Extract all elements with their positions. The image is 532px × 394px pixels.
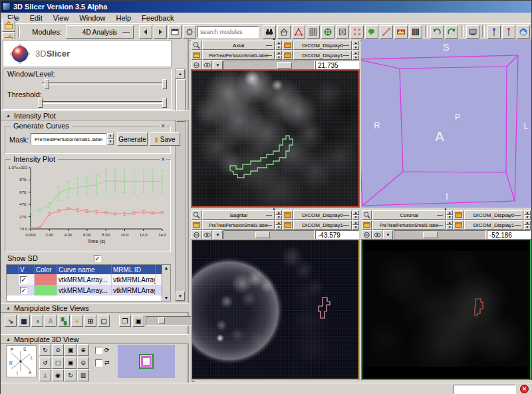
sagittal-foreground-icon[interactable] [283,210,293,220]
sagittal-spinner[interactable]: ▲▼ [275,220,282,230]
slider-thumb[interactable] [277,62,292,69]
sagittal-visibility-button[interactable] [202,230,212,240]
table-row[interactable]: ✓vtkMRMLArray...vtkMRMLArray... [7,285,170,296]
sagittal-label-icon[interactable] [192,220,201,230]
sash-handle[interactable]: ▲ [270,37,278,41]
threshold-handle-low[interactable] [38,98,43,108]
axial-spinner[interactable]: ▲▼ [352,51,359,60]
label-opacity-icon[interactable]: ◑ [31,315,43,327]
intensity-plot-section-header[interactable]: ▲ Intensity Plot [1,110,189,120]
camera-icon[interactable]: ▣ [65,344,76,356]
sagittal-link-button[interactable] [192,230,201,240]
zoom-in-icon[interactable]: ⊕ [77,344,89,356]
label-layer-icon[interactable]: ▣ [132,315,144,327]
view3d-option1-checkbox[interactable] [95,347,102,354]
rotate-cw-icon[interactable]: ↻ [39,344,51,356]
annotations-icon[interactable] [365,25,378,39]
axial-slice-offset-field[interactable]: 21.735 [315,61,359,70]
home-icon[interactable] [277,25,291,39]
ruler-icon[interactable] [380,25,393,39]
load-scene-icon[interactable] [2,19,15,32]
close-icon[interactable]: × [160,122,166,130]
module-refresh-icon[interactable] [183,25,196,39]
extensions-grid-icon[interactable] [307,25,320,39]
coronal-spinner[interactable]: ▲▼ [524,220,531,230]
coronal-slice-slider[interactable] [394,230,486,240]
menu-view[interactable]: View [48,13,74,23]
slider-thumb[interactable] [158,317,165,324]
center-view-icon[interactable]: ⊙ [52,344,64,356]
module-history-icon[interactable] [168,25,182,39]
table-scrollbar[interactable]: ▲▼ [162,265,170,301]
mrml-id-cell[interactable]: vtkMRMLArray... [112,274,156,285]
scroll-up-icon[interactable]: ▲ [176,69,185,79]
coronal-orientation-select[interactable]: Coronal [372,210,446,220]
axial-visibility-button[interactable] [202,61,212,70]
axial-bg_volume-select[interactable]: DICOM_Display1 [293,51,352,60]
coronal-label_volume-select[interactable]: PreTreatPerfusionSmall1-label [372,220,446,230]
axial-label_volume-select[interactable]: PreTreatPerfusionSmall1-label [202,51,275,60]
sagittal-slice-slider[interactable] [223,230,315,240]
sagittal-more-button[interactable]: ▼ [213,230,223,240]
fit-window-icon[interactable]: ❐ [119,315,131,327]
axial-more-button[interactable]: ▼ [213,61,223,70]
eye-icon[interactable]: ◉ [52,369,64,381]
rotate-ccw-icon[interactable]: ↺ [39,357,51,369]
titlebar[interactable]: 3D Slicer Version 3.5 Alpha [1,1,531,13]
screen-capture-icon[interactable] [466,25,479,39]
axial-orientation-select[interactable]: Axial [202,41,275,50]
axial-spinner[interactable]: ▲▼ [275,51,282,60]
row-handle[interactable] [7,274,19,285]
axial-background-icon[interactable] [283,51,293,60]
axial-fg_volume-select[interactable]: DICOM_Display0 [293,41,352,50]
window-level-handle-low[interactable] [45,79,49,89]
table-row[interactable]: ✓vtkMRMLArray...vtkMRMLArray... [7,274,170,285]
scroll-down-icon[interactable]: ▼ [176,292,185,301]
grid-view-icon[interactable]: ▦ [18,315,30,327]
coronal-visibility-button[interactable] [372,230,382,240]
color-swatch[interactable] [35,274,57,285]
mask-select[interactable]: PreTreatPerfusionSmall1-label [31,133,106,145]
coronal-more-button[interactable]: ▼ [383,230,393,240]
fiducials-icon[interactable] [292,25,305,39]
mrml-id-cell[interactable]: vtkMRMLArray... [112,285,156,296]
measurements-icon[interactable] [394,25,408,39]
show-sd-checkbox[interactable]: ✓ [94,255,101,262]
coronal-spinner[interactable]: ▲▼ [446,220,453,230]
coronal-slice-offset-field[interactable]: -52.186 [487,230,531,240]
sagittal-fg_volume-select[interactable]: DICOM_Display0 [293,210,352,220]
redo-icon[interactable] [445,25,458,39]
column-header[interactable]: Color [35,265,57,274]
coronal-viewport[interactable] [361,239,531,380]
annotation-arrow-icon[interactable]: ↘ [5,315,17,327]
mask-spinner[interactable]: ▲▼ [107,133,114,145]
pin-blue-icon[interactable] [487,25,501,39]
crosshair-yellow-icon[interactable]: + [71,315,83,327]
menu-window[interactable]: Window [74,13,110,23]
look-from-icon[interactable]: ⊥ [39,369,51,381]
module-panel-scrollbar[interactable]: ▲ ▼ [175,69,186,301]
visibility-checkbox[interactable]: ✓ [20,276,27,284]
spin-icon[interactable]: ↻ [65,369,76,381]
coronal-bg_volume-select[interactable]: DICOM_Display1 [464,220,523,230]
column-header[interactable] [7,265,19,274]
menu-help[interactable]: Help [110,13,136,23]
axial-label-icon[interactable] [192,51,201,60]
snapshot-icon[interactable]: ▣ [65,357,76,369]
axial-link-button[interactable] [192,61,201,70]
menu-feedback[interactable]: Feedback [136,13,179,23]
seed-points-icon[interactable] [350,25,364,39]
coronal-foreground-icon[interactable] [454,210,464,220]
fov-box-icon[interactable]: ▢ [98,315,110,327]
pin-red-icon[interactable] [502,25,515,39]
axes-orientation-widget[interactable]: PSLARI [6,345,37,377]
layout-compare-icon[interactable]: ▚ [58,315,70,327]
manipulate-3d-view-header[interactable]: ▲ Manipulate 3D View [1,334,189,344]
slider-thumb[interactable] [255,232,270,238]
row-handle[interactable] [7,285,19,296]
coronal-slice-menu-button[interactable] [362,210,372,220]
column-header[interactable]: MRML ID [112,265,156,274]
coronal-background-icon[interactable] [454,220,464,230]
undo-icon[interactable] [430,25,444,39]
window-level-slider[interactable] [42,83,167,85]
